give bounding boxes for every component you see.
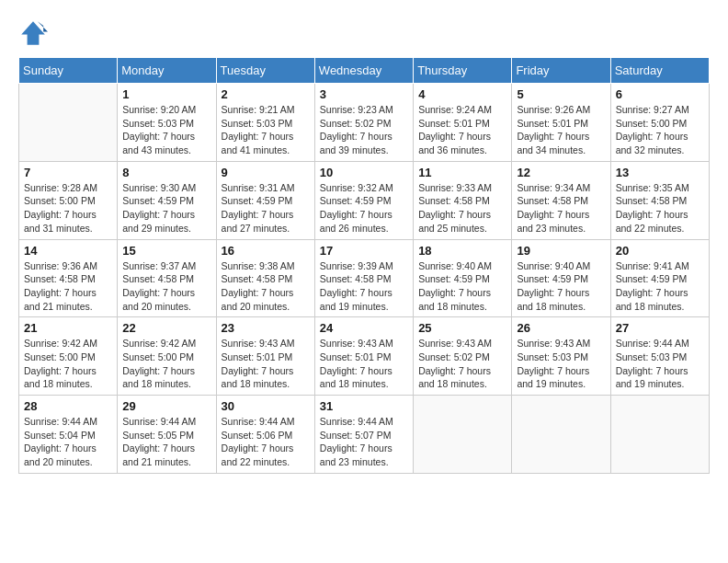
calendar-week-3: 14Sunrise: 9:36 AM Sunset: 4:58 PM Dayli… — [19, 239, 710, 317]
weekday-header-thursday: Thursday — [414, 58, 512, 84]
weekday-header-monday: Monday — [118, 58, 216, 84]
calendar-cell: 29Sunrise: 9:44 AM Sunset: 5:05 PM Dayli… — [118, 396, 216, 474]
day-info: Sunrise: 9:31 AM Sunset: 4:59 PM Dayligh… — [222, 181, 310, 236]
day-info: Sunrise: 9:43 AM Sunset: 5:01 PM Dayligh… — [320, 337, 408, 391]
day-number: 12 — [517, 166, 605, 179]
day-number: 19 — [517, 244, 605, 258]
day-info: Sunrise: 9:40 AM Sunset: 4:59 PM Dayligh… — [418, 259, 506, 314]
calendar-cell: 1Sunrise: 9:20 AM Sunset: 5:03 PM Daylig… — [118, 84, 216, 162]
calendar-cell — [414, 396, 512, 474]
calendar-cell: 15Sunrise: 9:37 AM Sunset: 4:58 PM Dayli… — [118, 239, 216, 317]
calendar-cell: 28Sunrise: 9:44 AM Sunset: 5:04 PM Dayli… — [19, 396, 118, 474]
calendar-cell: 21Sunrise: 9:42 AM Sunset: 5:00 PM Dayli… — [19, 317, 118, 396]
calendar-cell: 19Sunrise: 9:40 AM Sunset: 4:59 PM Dayli… — [512, 239, 610, 317]
day-number: 29 — [122, 399, 210, 413]
day-info: Sunrise: 9:39 AM Sunset: 4:58 PM Dayligh… — [320, 259, 408, 314]
day-number: 10 — [320, 166, 408, 179]
day-number: 5 — [517, 87, 605, 101]
day-number: 4 — [418, 87, 506, 101]
day-number: 18 — [418, 244, 506, 258]
day-info: Sunrise: 9:21 AM Sunset: 5:03 PM Dayligh… — [222, 103, 310, 157]
weekday-header-friday: Friday — [512, 58, 610, 84]
calendar-week-2: 7Sunrise: 9:28 AM Sunset: 5:00 PM Daylig… — [19, 161, 710, 239]
day-number: 21 — [24, 321, 112, 335]
day-info: Sunrise: 9:44 AM Sunset: 5:04 PM Dayligh… — [24, 415, 112, 469]
calendar-cell: 22Sunrise: 9:42 AM Sunset: 5:00 PM Dayli… — [118, 317, 216, 396]
day-info: Sunrise: 9:42 AM Sunset: 5:00 PM Dayligh… — [122, 337, 210, 391]
day-number: 30 — [222, 399, 310, 413]
calendar-cell — [512, 396, 610, 474]
calendar-cell: 13Sunrise: 9:35 AM Sunset: 4:58 PM Dayli… — [610, 161, 709, 239]
day-info: Sunrise: 9:41 AM Sunset: 4:59 PM Dayligh… — [616, 259, 704, 314]
day-number: 28 — [24, 399, 112, 413]
calendar-cell: 9Sunrise: 9:31 AM Sunset: 4:59 PM Daylig… — [216, 161, 314, 239]
calendar-cell: 24Sunrise: 9:43 AM Sunset: 5:01 PM Dayli… — [314, 317, 413, 396]
calendar-cell: 26Sunrise: 9:43 AM Sunset: 5:03 PM Dayli… — [512, 317, 610, 396]
weekday-header-wednesday: Wednesday — [314, 58, 413, 84]
day-info: Sunrise: 9:27 AM Sunset: 5:00 PM Dayligh… — [616, 103, 704, 157]
calendar-cell: 27Sunrise: 9:44 AM Sunset: 5:03 PM Dayli… — [610, 317, 709, 396]
day-info: Sunrise: 9:40 AM Sunset: 4:59 PM Dayligh… — [517, 259, 605, 314]
logo-icon — [18, 18, 48, 48]
calendar-cell: 4Sunrise: 9:24 AM Sunset: 5:01 PM Daylig… — [414, 84, 512, 162]
day-number: 26 — [517, 321, 605, 335]
calendar-cell: 16Sunrise: 9:38 AM Sunset: 4:58 PM Dayli… — [216, 239, 314, 317]
day-info: Sunrise: 9:43 AM Sunset: 5:03 PM Dayligh… — [517, 337, 605, 391]
day-number: 6 — [616, 87, 704, 101]
day-number: 7 — [24, 166, 112, 179]
day-number: 31 — [320, 399, 408, 413]
calendar-cell — [19, 84, 118, 162]
calendar-cell: 12Sunrise: 9:34 AM Sunset: 4:58 PM Dayli… — [512, 161, 610, 239]
day-info: Sunrise: 9:38 AM Sunset: 4:58 PM Dayligh… — [222, 259, 310, 314]
day-info: Sunrise: 9:42 AM Sunset: 5:00 PM Dayligh… — [24, 337, 112, 391]
day-number: 2 — [222, 87, 310, 101]
day-number: 8 — [122, 166, 210, 179]
calendar-header-row: SundayMondayTuesdayWednesdayThursdayFrid… — [19, 58, 710, 84]
weekday-header-sunday: Sunday — [19, 58, 118, 84]
day-number: 20 — [616, 244, 704, 258]
day-number: 11 — [418, 166, 506, 179]
day-info: Sunrise: 9:30 AM Sunset: 4:59 PM Dayligh… — [122, 181, 210, 236]
weekday-header-tuesday: Tuesday — [216, 58, 314, 84]
calendar-cell: 3Sunrise: 9:23 AM Sunset: 5:02 PM Daylig… — [314, 84, 413, 162]
calendar-cell: 6Sunrise: 9:27 AM Sunset: 5:00 PM Daylig… — [610, 84, 709, 162]
day-number: 25 — [418, 321, 506, 335]
day-info: Sunrise: 9:37 AM Sunset: 4:58 PM Dayligh… — [122, 259, 210, 314]
calendar-cell: 7Sunrise: 9:28 AM Sunset: 5:00 PM Daylig… — [19, 161, 118, 239]
day-number: 1 — [122, 87, 210, 101]
day-info: Sunrise: 9:32 AM Sunset: 4:59 PM Dayligh… — [320, 181, 408, 236]
weekday-header-saturday: Saturday — [610, 58, 709, 84]
day-number: 24 — [320, 321, 408, 335]
calendar-cell: 20Sunrise: 9:41 AM Sunset: 4:59 PM Dayli… — [610, 239, 709, 317]
day-info: Sunrise: 9:36 AM Sunset: 4:58 PM Dayligh… — [24, 259, 112, 314]
day-info: Sunrise: 9:20 AM Sunset: 5:03 PM Dayligh… — [122, 103, 210, 157]
day-info: Sunrise: 9:44 AM Sunset: 5:06 PM Dayligh… — [222, 415, 310, 469]
day-number: 13 — [616, 166, 704, 179]
day-number: 23 — [222, 321, 310, 335]
calendar-cell: 23Sunrise: 9:43 AM Sunset: 5:01 PM Dayli… — [216, 317, 314, 396]
calendar-cell: 10Sunrise: 9:32 AM Sunset: 4:59 PM Dayli… — [314, 161, 413, 239]
calendar-week-1: 1Sunrise: 9:20 AM Sunset: 5:03 PM Daylig… — [19, 84, 710, 162]
day-info: Sunrise: 9:24 AM Sunset: 5:01 PM Dayligh… — [418, 103, 506, 157]
day-number: 15 — [122, 244, 210, 258]
day-info: Sunrise: 9:34 AM Sunset: 4:58 PM Dayligh… — [517, 181, 605, 236]
calendar-cell: 17Sunrise: 9:39 AM Sunset: 4:58 PM Dayli… — [314, 239, 413, 317]
day-number: 22 — [122, 321, 210, 335]
calendar-cell: 31Sunrise: 9:44 AM Sunset: 5:07 PM Dayli… — [314, 396, 413, 474]
calendar-cell: 2Sunrise: 9:21 AM Sunset: 5:03 PM Daylig… — [216, 84, 314, 162]
logo — [18, 18, 51, 48]
day-number: 3 — [320, 87, 408, 101]
calendar-cell: 30Sunrise: 9:44 AM Sunset: 5:06 PM Dayli… — [216, 396, 314, 474]
day-number: 17 — [320, 244, 408, 258]
calendar-cell: 11Sunrise: 9:33 AM Sunset: 4:58 PM Dayli… — [414, 161, 512, 239]
calendar-table: SundayMondayTuesdayWednesdayThursdayFrid… — [18, 57, 710, 474]
calendar-cell: 8Sunrise: 9:30 AM Sunset: 4:59 PM Daylig… — [118, 161, 216, 239]
day-info: Sunrise: 9:26 AM Sunset: 5:01 PM Dayligh… — [517, 103, 605, 157]
day-info: Sunrise: 9:43 AM Sunset: 5:02 PM Dayligh… — [418, 337, 506, 391]
day-info: Sunrise: 9:44 AM Sunset: 5:07 PM Dayligh… — [320, 415, 408, 469]
day-info: Sunrise: 9:44 AM Sunset: 5:03 PM Dayligh… — [616, 337, 704, 391]
day-number: 9 — [222, 166, 310, 179]
calendar-cell: 18Sunrise: 9:40 AM Sunset: 4:59 PM Dayli… — [414, 239, 512, 317]
calendar-week-5: 28Sunrise: 9:44 AM Sunset: 5:04 PM Dayli… — [19, 396, 710, 474]
day-number: 16 — [222, 244, 310, 258]
